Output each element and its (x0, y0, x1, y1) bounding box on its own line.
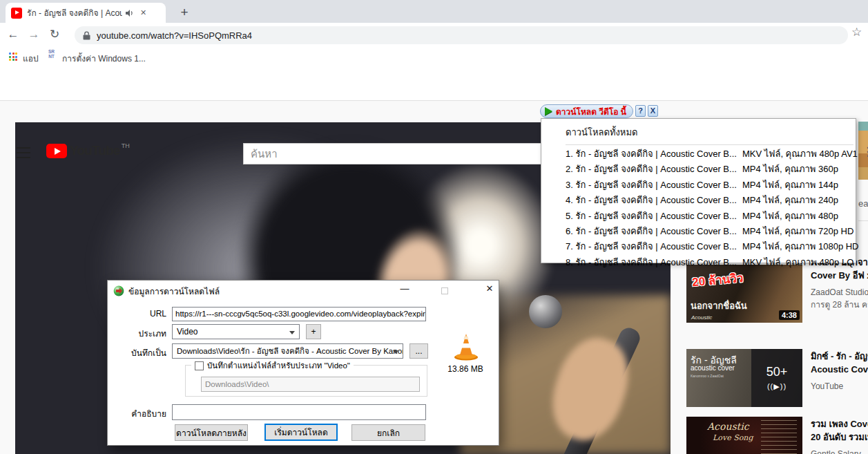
mix-thumb-credit: Kanomroo x ZaadOat (691, 374, 724, 378)
youtube-favicon (11, 8, 22, 19)
type-dropdown[interactable]: Video (172, 324, 300, 339)
download-help-button[interactable]: ? (635, 105, 646, 117)
idm-download-dialog: ข้อมูลการดาวน์โหลดไฟล์ — ✕ URL https://r… (107, 280, 499, 446)
more-options-icon[interactable]: ⋮ (862, 144, 868, 160)
remember-path-checkbox[interactable] (195, 361, 204, 370)
address-bar[interactable]: youtube.com/watch?v=IHSoPQmRRa4 (75, 26, 848, 44)
download-option-2[interactable]: 2. รัก - อัญชลี จงคดีกิจ | Acoustic Cove… (541, 162, 856, 177)
download-option-3[interactable]: 3. รัก - อัญชลี จงคดีกิจ | Acoustic Cove… (541, 178, 856, 193)
tab-close-icon[interactable]: ✕ (140, 8, 146, 17)
bookmark-windows-settings[interactable]: การตั้งค่า Windows 1... (62, 52, 146, 65)
tab-title: รัก - อัญชลี จงคดีกิจ | Acoustic (27, 6, 122, 19)
new-tab-button[interactable]: + (175, 3, 193, 21)
video3-title-line2: 20 อันดับ รวมเพลง (811, 431, 868, 444)
download-this-video-button[interactable]: ดาวน์โหลด วีดีโอ นี้ (540, 104, 633, 118)
download-option-6[interactable]: 6. รัก - อัญชลี จงคดีกิจ | Acoustic Cove… (541, 224, 856, 239)
description-field[interactable] (172, 404, 426, 420)
thumbnail-subcaption: Acoustic (691, 314, 712, 321)
remember-path-label: บันทึกตำแหน่งไฟล์สำหรับประเภท "Video" (207, 359, 350, 372)
chevron-down-icon (393, 350, 398, 354)
back-button[interactable]: ← (4, 23, 22, 47)
download-option-4[interactable]: 4. รัก - อัญชลี จงคดีกิจ | Acoustic Cove… (541, 193, 856, 208)
mix-overlay: 50+ ((▶)) (751, 349, 802, 407)
download-option-8[interactable]: 8. รัก - อัญชลี จงคดีกิจ | Acoustic Cove… (541, 255, 856, 270)
mix-count: 50+ (766, 365, 788, 379)
dialog-title: ข้อมูลการดาวน์โหลดไฟล์ (128, 285, 220, 298)
mix-thumb-subtitle: acoustic cover (691, 364, 735, 372)
browser-tab[interactable]: รัก - อัญชลี จงคดีกิจ | Acoustic ✕ (6, 3, 166, 23)
duration-badge: 4:38 (779, 310, 800, 320)
reload-button[interactable]: ↻ (46, 23, 64, 47)
sidebar-video-thumbnail-3[interactable]: Acoustic Love Song (686, 417, 802, 454)
add-type-button[interactable]: + (306, 324, 321, 339)
green-play-icon (545, 107, 552, 115)
start-download-button[interactable]: เริ่มดาวน์โหลด (264, 424, 338, 441)
bookmark-star-icon[interactable]: ☆ (851, 25, 862, 39)
thumb-script-line2: Love Song (713, 433, 753, 442)
region-tag: TH (122, 142, 130, 149)
video3-channel: Gentle Salary (811, 448, 868, 454)
apps-grid-icon[interactable] (9, 53, 17, 61)
video3-title-line1: รวม เพลง Cover (811, 417, 868, 431)
lock-icon (83, 31, 90, 40)
youtube-play-icon (46, 144, 67, 158)
apps-bookmark[interactable]: แอป (23, 52, 39, 65)
thumbnail-caption: นอกจากชื่อฉัน (691, 299, 747, 313)
forward-button[interactable]: → (25, 23, 43, 47)
youtube-wordmark: YouTube (70, 143, 120, 158)
download-option-5[interactable]: 5. รัก - อัญชลี จงคดีกิจ | Acoustic Cove… (541, 209, 856, 224)
chevron-down-icon (289, 331, 295, 334)
download-options-panel: ดาวน์โหลดทั้งหมด 1. รัก - อัญชลี จงคดีกิ… (541, 118, 856, 263)
video-views: การดู 28 ล้าน ครั้ง (811, 299, 868, 311)
download-all-link[interactable]: ดาวน์โหลดทั้งหมด (541, 119, 856, 143)
save-as-dropdown[interactable]: Downloads\Video\รัก - อัญชลี จงคดีกิจ - … (172, 343, 403, 359)
bookmark-favicon: SR NT (48, 50, 55, 59)
close-dialog-button[interactable]: ✕ (479, 283, 500, 294)
download-helper-bar: ดาวน์โหลด วีดีโอ นี้ ? X (540, 104, 658, 118)
bookmarks-bar: แอป SR NT การตั้งค่า Windows 1... (0, 47, 868, 66)
download-close-button[interactable]: X (648, 105, 658, 117)
thumb-script-line1: Acoustic (707, 421, 749, 432)
youtube-header: YouTube TH ⋮ (0, 66, 868, 101)
download-later-button[interactable]: ดาวน์โหลดภายหลัง (175, 424, 248, 441)
url-label: URL (108, 309, 166, 319)
menu-hamburger-icon[interactable] (17, 147, 30, 162)
mix-channel: YouTube (811, 380, 868, 392)
sidebar-mix-meta[interactable]: มิกซ์ - รัก - อัญชลี Acoustic Cover YouT… (811, 350, 868, 392)
cancel-button[interactable]: ยกเลิก (351, 424, 425, 441)
minimize-button[interactable]: — (394, 283, 415, 294)
dialog-titlebar[interactable]: ข้อมูลการดาวน์โหลดไฟล์ (108, 281, 499, 301)
browser-toolbar: ← → ↻ youtube.com/watch?v=IHSoPQmRRa4 ☆ (0, 23, 868, 47)
panel-separator (566, 144, 853, 145)
vlc-file-icon (451, 332, 481, 363)
download-option-1[interactable]: 1. รัก - อัญชลี จงคดีกิจ | Acoustic Cove… (541, 146, 856, 162)
download-option-7[interactable]: 7. รัก - อัญชลี จงคดีกิจ | Acoustic Cove… (541, 239, 856, 254)
remember-path-field: Downloads\Video\ (201, 377, 420, 392)
save-as-label: บันทึกเป็น (108, 346, 166, 359)
video-channel: ZaadOat Studio (811, 286, 868, 299)
sidebar-video-meta-3[interactable]: รวม เพลง Cover 20 อันดับ รวมเพลง Gentle … (811, 417, 868, 454)
youtube-logo[interactable]: YouTube TH (46, 142, 130, 158)
sidebar-mix-thumbnail[interactable]: รัก - อัญชลี acoustic cover Kanomroo x Z… (686, 349, 802, 407)
url-text: youtube.com/watch?v=IHSoPQmRRa4 (97, 30, 252, 41)
mix-title-line1: มิกซ์ - รัก - อัญชลี (811, 350, 868, 363)
sidebar-video-thumbnail-1[interactable]: 20 ล้านวิว นอกจากชื่อฉัน Acoustic 4:38 (686, 265, 802, 323)
video-title-line2: Cover By อีฟ x (811, 269, 868, 282)
thumbnail-views-badge: 20 ล้านวิว (691, 268, 744, 291)
sidebar-divider (858, 220, 868, 221)
idm-app-icon (113, 285, 124, 296)
type-label: ประเภท (108, 327, 166, 340)
maximize-button[interactable] (441, 287, 448, 294)
sidebar-occluded-text: ear (858, 198, 868, 209)
video-microphone-head (529, 295, 562, 328)
mix-title-line2: Acoustic Cover (811, 363, 868, 376)
browser-tab-strip: รัก - อัญชลี จงคดีกิจ | Acoustic ✕ + (0, 0, 868, 23)
browse-button[interactable]: ... (409, 343, 428, 359)
audio-playing-icon[interactable] (125, 9, 133, 17)
file-size: 13.86 MB (444, 364, 487, 374)
thumb-tracklist (761, 420, 797, 454)
mix-playlist-icon: ((▶)) (767, 382, 787, 391)
description-label: คำอธิบาย (108, 407, 166, 420)
remember-path-groupbox: บันทึกตำแหน่งไฟล์สำหรับประเภท "Video" Do… (185, 365, 427, 397)
url-field[interactable]: https://r1---sn-cccgv5qc5oq-c33l.googlev… (172, 307, 426, 321)
